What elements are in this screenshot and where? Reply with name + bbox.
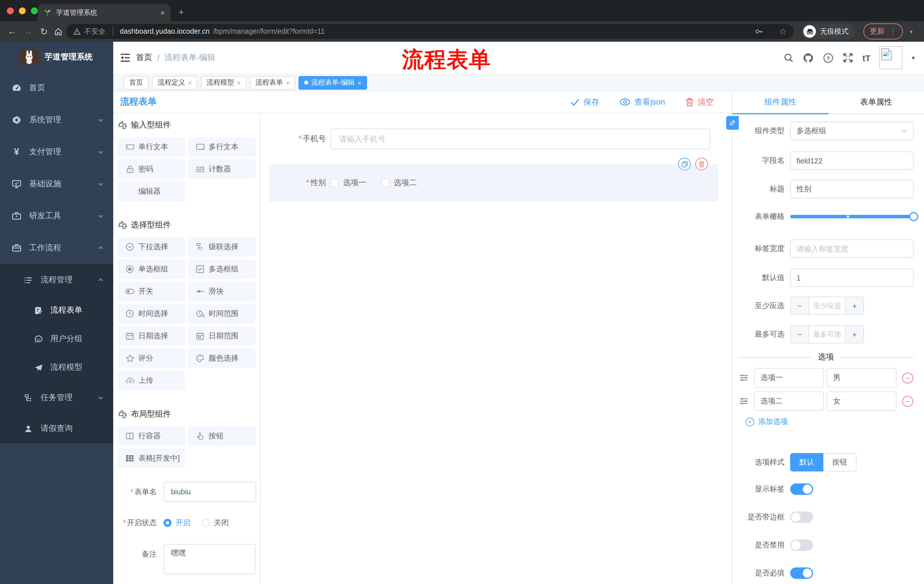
status-open-radio[interactable]: 开启 <box>163 518 190 528</box>
sidebar-item-process-form[interactable]: 流程表单 <box>0 296 113 324</box>
sidebar-item-leave-query[interactable]: 请假查询 <box>0 414 113 443</box>
sidebar-item-devtools[interactable]: 研发工具 <box>0 200 113 232</box>
field-name-input[interactable] <box>790 151 914 170</box>
tag-process-form[interactable]: 流程表单× <box>250 76 295 89</box>
home-button[interactable] <box>54 27 63 36</box>
breadcrumb-home[interactable]: 首页 <box>136 53 152 63</box>
sidebar-item-process-model[interactable]: 流程模型 <box>0 353 113 382</box>
collapse-sidebar-icon[interactable] <box>120 53 130 62</box>
default-value-input[interactable] <box>790 268 914 287</box>
tag-process-definition[interactable]: 流程定义× <box>152 76 198 89</box>
sidebar-item-infrastructure[interactable]: 基础设施 <box>0 168 113 200</box>
plus-button[interactable]: + <box>845 326 863 343</box>
help-icon[interactable]: ? <box>823 52 834 63</box>
palette-item-upload[interactable]: 上传 <box>118 371 185 390</box>
sidebar-item-payment[interactable]: ¥ 支付管理 <box>0 136 113 168</box>
drag-handle-icon[interactable] <box>738 373 750 382</box>
palette-item-select[interactable]: 下拉选择 <box>118 237 185 257</box>
font-size-icon[interactable]: tT <box>863 53 871 63</box>
gender-option-2-checkbox[interactable]: 选项二 <box>381 178 417 188</box>
palette-item-editor[interactable]: 编辑器 <box>118 182 185 201</box>
tag-home[interactable]: 首页 <box>124 76 148 89</box>
palette-item-time-picker[interactable]: 时间选择 <box>118 304 185 323</box>
palette-item-switch[interactable]: 开关 <box>118 282 185 301</box>
palette-item-date-picker[interactable]: 日期选择 <box>118 326 185 346</box>
palette-item-radio-group[interactable]: 单选框组 <box>118 260 185 279</box>
label-width-input[interactable] <box>790 239 914 258</box>
palette-item-color-picker[interactable]: 颜色选择 <box>188 349 256 368</box>
github-icon[interactable] <box>803 52 814 63</box>
phone-input[interactable] <box>330 128 710 149</box>
palette-item-single-line-text[interactable]: 单行文本 <box>118 137 185 156</box>
window-caret-icon[interactable]: ▾ <box>910 28 912 35</box>
sidebar-item-workflow[interactable]: 工作流程 <box>0 232 113 264</box>
min-select-input[interactable] <box>809 297 845 314</box>
option2-label-input[interactable] <box>754 392 824 411</box>
palette-item-time-range[interactable]: 时间范围 <box>188 304 256 323</box>
close-icon[interactable]: × <box>286 79 290 86</box>
new-tab-button[interactable]: + <box>178 7 184 18</box>
palette-item-slider[interactable]: 滑块 <box>188 282 256 301</box>
save-button[interactable]: 保存 <box>571 97 599 107</box>
tag-process-model[interactable]: 流程模型× <box>201 76 246 89</box>
palette-item-button[interactable]: 按钮 <box>188 426 256 446</box>
minus-button[interactable]: − <box>791 326 809 343</box>
avatar-caret-icon[interactable]: ▾ <box>912 54 915 61</box>
address-bar[interactable]: 不安全 dashboard.yudao.iocoder.cn/bpm/manag… <box>66 24 794 39</box>
close-icon[interactable]: × <box>188 79 192 86</box>
phone-field[interactable]: *手机号 <box>269 128 718 149</box>
view-json-button[interactable]: 查看json <box>620 97 665 107</box>
required-toggle[interactable] <box>790 568 813 579</box>
delete-component-button[interactable] <box>695 158 708 170</box>
form-canvas[interactable]: *手机号 <box>261 113 732 584</box>
show-label-toggle[interactable] <box>790 484 813 495</box>
palette-item-cascader[interactable]: 级联选择 <box>188 237 256 257</box>
close-icon[interactable]: × <box>237 79 241 86</box>
bookmark-star-icon[interactable]: ☆ <box>779 26 787 36</box>
max-select-input[interactable] <box>809 326 845 343</box>
plus-button[interactable]: + <box>845 297 863 314</box>
palette-item-rate[interactable]: 评分 <box>118 349 185 368</box>
minus-button[interactable]: − <box>791 297 809 314</box>
browser-menu-icon[interactable]: ⋮ <box>889 27 896 36</box>
option1-label-input[interactable] <box>754 368 824 387</box>
copy-component-button[interactable] <box>678 158 691 170</box>
tag-process-form-edit[interactable]: 流程表单-编辑× <box>299 76 367 89</box>
tab-component-props[interactable]: 组件属性 <box>733 91 828 114</box>
clear-button[interactable]: 清空 <box>686 97 714 107</box>
remove-option-button[interactable]: − <box>902 396 913 406</box>
disabled-toggle[interactable] <box>790 540 813 551</box>
gender-option-1-checkbox[interactable]: 选项一 <box>330 178 366 188</box>
status-closed-radio[interactable]: 关闭 <box>202 518 229 528</box>
style-button-button[interactable]: 按钮 <box>823 453 856 471</box>
fullscreen-icon[interactable] <box>843 53 853 63</box>
palette-item-table[interactable]: 表格[开发中] <box>118 449 185 468</box>
add-option-button[interactable]: + 添加选项 <box>746 416 914 427</box>
component-type-select[interactable]: 多选框组 <box>790 122 914 140</box>
palette-item-multi-line-text[interactable]: 多行文本 <box>188 137 256 156</box>
form-name-input[interactable] <box>163 482 256 502</box>
palette-item-row-container[interactable]: 行容器 <box>118 426 185 446</box>
palette-item-checkbox-group[interactable]: 多选框组 <box>188 260 256 279</box>
close-icon[interactable]: × <box>358 79 361 86</box>
sidebar-item-user-groups[interactable]: 用户分组 <box>0 324 113 353</box>
link-tab[interactable] <box>726 116 739 130</box>
browser-tab[interactable]: 芋道管理系统 × <box>38 4 170 21</box>
palette-item-date-range[interactable]: 日期范围 <box>188 326 256 346</box>
slider-handle[interactable] <box>909 212 918 221</box>
sidebar-item-system[interactable]: 系统管理 <box>0 104 113 136</box>
style-default-button[interactable]: 默认 <box>790 453 823 471</box>
back-button[interactable]: ← <box>6 26 18 36</box>
tab-form-props[interactable]: 表单属性 <box>828 91 924 113</box>
zoom-window-button[interactable] <box>31 7 38 14</box>
sidebar-item-home[interactable]: 首页 <box>0 72 113 104</box>
tab-close-icon[interactable]: × <box>160 8 165 17</box>
form-remark-textarea[interactable]: 嘿嘿 <box>163 544 256 574</box>
option2-value-input[interactable] <box>827 392 896 411</box>
title-input[interactable] <box>790 180 914 198</box>
drag-handle-icon[interactable] <box>738 396 750 406</box>
sidebar-item-process-mgmt[interactable]: 流程管理 <box>0 264 113 296</box>
passkey-icon[interactable] <box>754 27 763 36</box>
close-window-button[interactable] <box>7 7 14 14</box>
sidebar-item-task-mgmt[interactable]: 任务管理 <box>0 382 113 414</box>
